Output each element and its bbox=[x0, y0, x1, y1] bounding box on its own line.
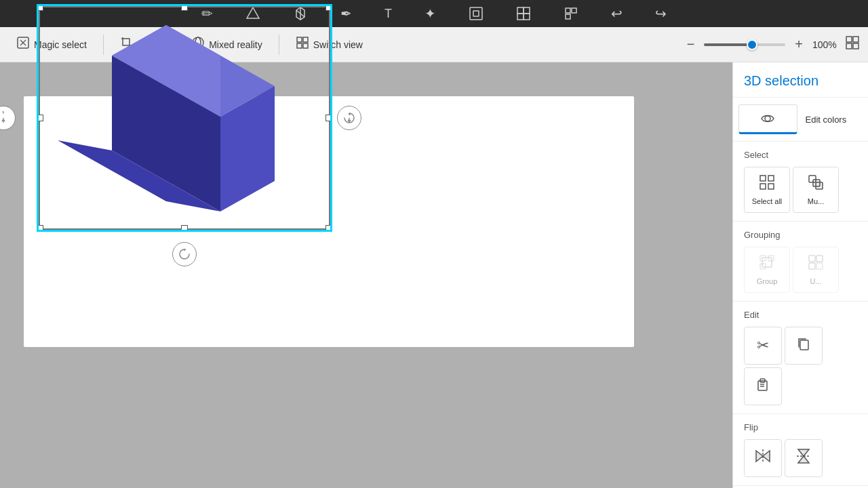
svg-rect-44 bbox=[809, 263, 815, 269]
flip-section-title: Flip bbox=[744, 422, 857, 432]
svg-rect-45 bbox=[816, 263, 823, 269]
marker-tool[interactable]: ✒ bbox=[335, 3, 357, 24]
zoom-slider[interactable] bbox=[704, 43, 785, 46]
svg-rect-21 bbox=[846, 43, 852, 49]
select-all-icon bbox=[759, 174, 775, 195]
handle-bc[interactable] bbox=[181, 225, 188, 232]
svg-rect-37 bbox=[816, 182, 823, 189]
svg-marker-54 bbox=[798, 449, 809, 456]
zoom-in-btn[interactable]: + bbox=[791, 35, 807, 54]
flip-vertical-icon bbox=[755, 448, 771, 468]
flip-horizontal-btn[interactable] bbox=[785, 439, 823, 477]
svg-rect-6 bbox=[524, 7, 530, 14]
rotate-handle-right[interactable] bbox=[337, 106, 361, 130]
edit-colors-label: Edit colors bbox=[806, 115, 847, 125]
svg-rect-4 bbox=[473, 11, 479, 16]
ungroup-icon bbox=[808, 254, 824, 274]
zoom-out-btn[interactable]: − bbox=[683, 35, 699, 54]
flip-buttons-row bbox=[744, 439, 857, 477]
svg-rect-22 bbox=[853, 43, 859, 49]
edit-colors-area: Edit colors bbox=[800, 104, 863, 134]
main-area: 3D selection Edit colors Select bbox=[0, 62, 868, 488]
redo-btn[interactable]: ↪ bbox=[650, 3, 672, 24]
svg-marker-51 bbox=[756, 451, 763, 462]
panel-top-actions: Edit colors bbox=[733, 98, 868, 142]
svg-rect-10 bbox=[572, 8, 576, 13]
handle-ml[interactable] bbox=[37, 115, 43, 121]
edit-section-title: Edit bbox=[744, 310, 857, 320]
flip-section: Flip bbox=[733, 414, 868, 486]
multi-select-btn[interactable]: Mu... bbox=[793, 167, 839, 213]
ungroup-label: U... bbox=[810, 277, 821, 285]
copy-btn[interactable] bbox=[785, 327, 823, 365]
svg-rect-20 bbox=[853, 37, 859, 42]
flip-vertical-btn[interactable] bbox=[744, 439, 782, 477]
svg-point-30 bbox=[765, 116, 770, 121]
zoom-percent: 100% bbox=[812, 39, 840, 50]
select-section-title: Select bbox=[744, 150, 857, 160]
panel-title: 3D selection bbox=[733, 62, 868, 98]
selection-box bbox=[39, 6, 330, 230]
svg-rect-5 bbox=[517, 7, 524, 14]
select-section: Select Select all bbox=[733, 142, 868, 222]
paste-icon bbox=[755, 377, 770, 396]
svg-rect-11 bbox=[566, 14, 570, 19]
svg-rect-43 bbox=[816, 256, 823, 262]
ungroup-btn[interactable]: U... bbox=[793, 247, 839, 293]
zoom-controls: − + 100% bbox=[683, 35, 860, 54]
group-icon bbox=[759, 254, 775, 274]
cut-btn[interactable]: ✂ bbox=[744, 327, 782, 365]
svg-rect-46 bbox=[800, 340, 808, 350]
handle-br[interactable] bbox=[326, 225, 332, 232]
svg-rect-39 bbox=[768, 256, 774, 261]
svg-rect-42 bbox=[809, 256, 815, 262]
copy-icon bbox=[796, 336, 811, 355]
paste-btn[interactable] bbox=[744, 367, 782, 405]
svg-rect-33 bbox=[760, 184, 766, 189]
svg-rect-9 bbox=[566, 8, 570, 13]
svg-rect-40 bbox=[760, 264, 766, 269]
canvas-tool[interactable] bbox=[511, 3, 536, 24]
rotate-handle-bottom[interactable] bbox=[172, 242, 197, 266]
select-buttons-row: Select all Mu... bbox=[744, 167, 857, 213]
svg-marker-55 bbox=[798, 456, 809, 463]
handle-tr[interactable] bbox=[326, 4, 332, 11]
svg-rect-7 bbox=[517, 14, 524, 20]
group-btn[interactable]: Group bbox=[744, 247, 790, 293]
edit-buttons-row: ✂ bbox=[744, 327, 857, 405]
handle-tl[interactable] bbox=[37, 4, 43, 11]
multi-select-label: Mu... bbox=[808, 197, 824, 205]
object-container[interactable] bbox=[10, 0, 322, 235]
effects-tool[interactable]: ✦ bbox=[419, 3, 441, 24]
right-panel: 3D selection Edit colors Select bbox=[732, 62, 868, 488]
handle-bl[interactable] bbox=[37, 225, 43, 232]
grouping-section-title: Grouping bbox=[744, 230, 857, 240]
svg-rect-34 bbox=[768, 184, 774, 189]
view-toggle-btn[interactable] bbox=[845, 35, 860, 54]
multi-select-icon bbox=[808, 174, 824, 195]
canvas-area[interactable] bbox=[0, 62, 732, 488]
undo-btn[interactable]: ↩ bbox=[606, 3, 628, 24]
svg-rect-19 bbox=[846, 37, 852, 42]
cut-icon: ✂ bbox=[757, 337, 769, 354]
svg-rect-8 bbox=[524, 14, 530, 20]
svg-rect-41 bbox=[762, 258, 772, 267]
svg-rect-32 bbox=[768, 176, 774, 181]
grouping-section: Grouping Group bbox=[733, 222, 868, 302]
view3d-tool[interactable] bbox=[558, 3, 584, 24]
text-tool[interactable]: T bbox=[379, 4, 397, 24]
handle-tc[interactable] bbox=[181, 4, 188, 11]
svg-rect-3 bbox=[470, 7, 482, 20]
select-tool[interactable] bbox=[463, 3, 489, 24]
svg-rect-38 bbox=[760, 256, 766, 261]
select-all-label: Select all bbox=[752, 197, 783, 205]
select-all-btn[interactable]: Select all bbox=[744, 167, 790, 213]
eye-select-btn[interactable] bbox=[738, 104, 797, 134]
grouping-buttons-row: Group U... bbox=[744, 247, 857, 293]
group-label: Group bbox=[757, 277, 778, 285]
handle-mr[interactable] bbox=[326, 115, 332, 121]
edit-section: Edit ✂ bbox=[733, 302, 868, 414]
svg-rect-31 bbox=[760, 176, 766, 181]
svg-marker-52 bbox=[763, 451, 770, 462]
flip-horizontal-icon bbox=[795, 448, 812, 468]
